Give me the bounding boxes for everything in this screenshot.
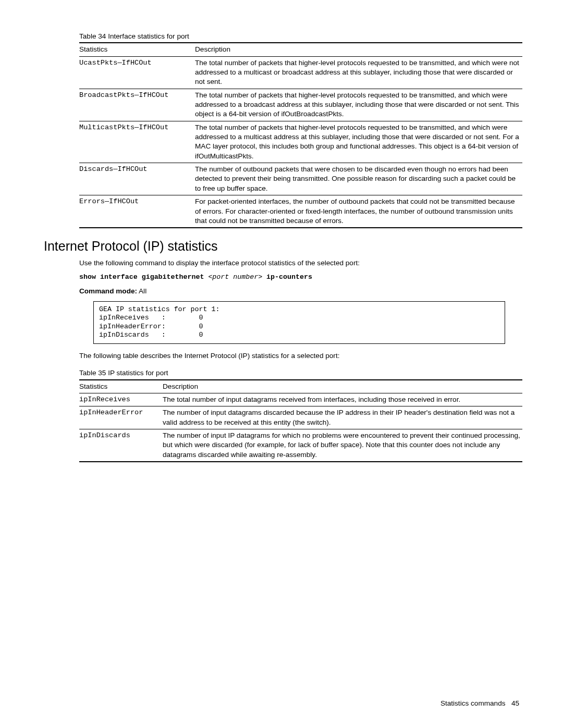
table-35-header: Statistics Description	[79, 380, 522, 393]
table-35-caption: Table 35 IP statistics for port	[79, 368, 519, 378]
stat-desc: The number of input IP datagrams for whi…	[163, 429, 522, 462]
page-footer: Statistics commands 45	[440, 699, 519, 708]
stat-desc: The number of outbound packets that were…	[195, 163, 522, 195]
table-row: ipInDiscards The number of input IP data…	[79, 429, 522, 462]
table-35: Statistics Description ipInReceives The …	[79, 379, 522, 462]
table-34-caption: Table 34 Interface statistics for port	[79, 32, 519, 41]
page-content: Table 34 Interface statistics for port S…	[0, 0, 563, 462]
stat-desc: The total number of packets that higher-…	[195, 89, 522, 121]
cmd-post: ip-counters	[262, 273, 312, 281]
stat-name: MulticastPkts—IfHCOut	[79, 121, 195, 163]
table-row: Discards—IfHCOut The number of outbound …	[79, 163, 522, 195]
table-row: ipInReceives The total number of input d…	[79, 393, 522, 406]
stat-name: UcastPkts—IfHCOut	[79, 56, 195, 89]
stat-name: ipInReceives	[79, 393, 163, 406]
stat-name: Discards—IfHCOut	[79, 163, 195, 195]
command-mode-value: All	[137, 287, 146, 295]
stat-name: ipInDiscards	[79, 429, 163, 462]
stat-desc: The total number of packets that higher-…	[195, 56, 522, 89]
stat-desc: The number of input datagrams discarded …	[163, 406, 522, 429]
section-heading-ip-statistics: Internet Protocol (IP) statistics	[44, 238, 519, 255]
after-box-paragraph: The following table describes the Intern…	[79, 351, 519, 361]
stat-desc: The total number of packets that higher-…	[195, 121, 522, 163]
table-row: MulticastPkts—IfHCOut The total number o…	[79, 121, 522, 163]
stat-desc: The total number of input datagrams rece…	[163, 393, 522, 406]
col-statistics: Statistics	[79, 43, 195, 56]
command-mode: Command mode: All	[79, 287, 519, 296]
command-mode-label: Command mode:	[79, 287, 137, 295]
table-34: Statistics Description UcastPkts—IfHCOut…	[79, 42, 522, 228]
footer-label: Statistics commands	[440, 699, 506, 707]
cmd-pre: show interface gigabitethernet	[79, 273, 208, 281]
footer-page-number: 45	[511, 699, 519, 707]
command-line: show interface gigabitethernet <port num…	[79, 273, 519, 282]
cli-output-box: GEA IP statistics for port 1: ipInReceiv…	[93, 301, 505, 344]
cmd-arg: <port number>	[208, 273, 262, 281]
stat-desc: For packet-oriented interfaces, the numb…	[195, 195, 522, 228]
col-description: Description	[195, 43, 522, 56]
stat-name: ipInHeaderError	[79, 406, 163, 429]
col-description: Description	[163, 380, 522, 393]
table-row: Errors—IfHCOut For packet-oriented inter…	[79, 195, 522, 228]
table-34-header: Statistics Description	[79, 43, 522, 56]
table-row: UcastPkts—IfHCOut The total number of pa…	[79, 56, 522, 89]
table-row: BroadcastPkts—IfHCOut The total number o…	[79, 89, 522, 121]
col-statistics: Statistics	[79, 380, 163, 393]
stat-name: Errors—IfHCOut	[79, 195, 195, 228]
stat-name: BroadcastPkts—IfHCOut	[79, 89, 195, 121]
intro-paragraph: Use the following command to display the…	[79, 258, 519, 268]
table-row: ipInHeaderError The number of input data…	[79, 406, 522, 429]
